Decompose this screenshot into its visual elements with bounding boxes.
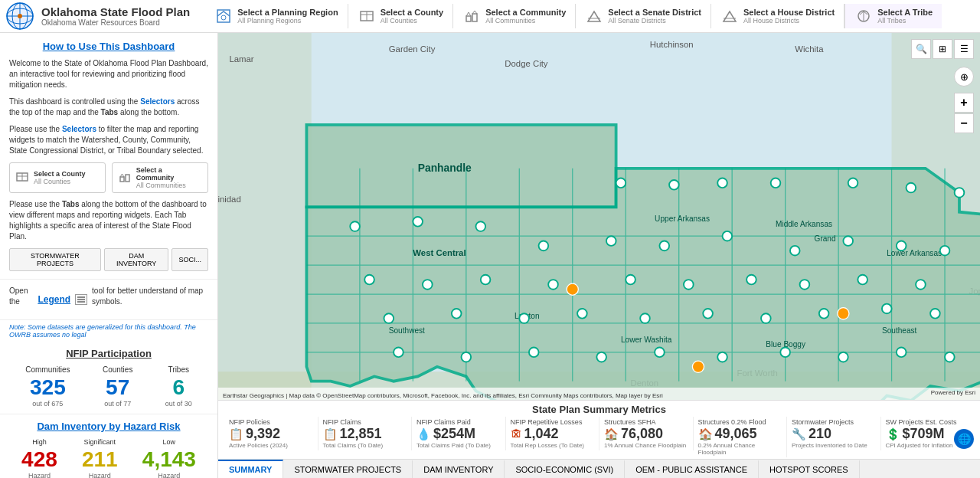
mini-community-selector[interactable]: Select a Community All Communities — [112, 162, 208, 193]
tab-dam-inventory[interactable]: DAM INVENTORY — [413, 460, 505, 478]
svg-text:Wichita: Wichita — [795, 44, 824, 54]
dam-tab-btn[interactable]: DAM INVENTORY — [104, 248, 169, 271]
nfip-claims-value: 12,851 — [340, 426, 382, 442]
svg-point-125 — [882, 304, 892, 314]
tab-socio-economic[interactable]: SOCIO-ECONOMIC (SVI) — [505, 460, 625, 478]
tabs-highlight: Tabs — [101, 108, 119, 116]
svg-point-138 — [838, 308, 849, 319]
house-selector[interactable]: Select a House District All House Distri… — [711, 4, 844, 28]
stormwater-icon: 🔧 — [792, 427, 806, 441]
svg-point-122 — [703, 309, 713, 319]
svg-point-100 — [606, 236, 616, 246]
bottom-tabs: SUMMARY STORMWATER PROJECTS DAM INVENTOR… — [218, 459, 980, 478]
nfip-section: NFIP Participation Communities 325 out o… — [0, 342, 217, 414]
metric-structures-02-label: Structures 0.2% Flood — [698, 418, 782, 426]
svg-point-117 — [384, 313, 394, 323]
community-label: Select a Community — [485, 8, 566, 17]
svg-point-126 — [930, 309, 940, 319]
metric-nfip-claims-paid-label: NFIP Claims Paid — [416, 418, 501, 426]
svg-point-7 — [221, 15, 226, 20]
nfip-policies-sub: Active Policies (2024) — [229, 442, 313, 449]
nfip-tribes: Tribes 6 out of 30 — [165, 365, 192, 408]
svg-point-110 — [548, 280, 558, 290]
metrics-title: State Plan Summary Metrics — [218, 401, 980, 417]
zoom-in-btn[interactable]: + — [954, 93, 974, 113]
globe-btn[interactable]: 🌐 — [954, 429, 974, 449]
community-icon — [462, 7, 481, 25]
planning-region-selector[interactable]: Select a Planning Region All Planning Re… — [205, 4, 348, 28]
svg-point-108 — [423, 280, 433, 290]
nfip-title: NFIP Participation — [9, 348, 208, 359]
county-selector[interactable]: Select a County All Counties — [348, 4, 454, 28]
structures-02-value: 49,065 — [715, 426, 757, 442]
menu-btn[interactable]: ☰ — [954, 39, 974, 59]
county-icon — [358, 7, 376, 25]
structures-sfha-sub: 1% Annual Chance Floodplain — [604, 442, 688, 449]
note-text: Note: Some datasets are generalized for … — [0, 320, 217, 342]
svg-point-5 — [18, 14, 22, 18]
metric-stormwater-label: Stormwater Projects — [792, 418, 876, 426]
tab-oem-public-assistance[interactable]: OEM - PUBLIC ASSISTANCE — [625, 460, 759, 478]
compass-control[interactable]: ⊕ — [954, 67, 974, 87]
metric-nfip-claims-value-row: 📋 12,851 — [323, 426, 407, 442]
selectors-highlight2: Selectors — [62, 125, 96, 133]
dam-low-label: Low — [142, 438, 196, 446]
header-selectors: Select a Planning Region All Planning Re… — [205, 4, 974, 28]
map-area[interactable]: Lamar Garden City Dodge City Hutchinson … — [218, 33, 980, 478]
mini-county-selector[interactable]: Select a County All Counties — [9, 162, 106, 193]
mini-community-sub: All Communities — [136, 182, 201, 189]
svg-point-105 — [897, 241, 906, 251]
nfip-communities: Communities 325 out of 675 — [25, 365, 70, 408]
senate-selector[interactable]: Select a Senate District All Senate Dist… — [576, 4, 711, 28]
dam-significant: Significant 211 Hazard — [82, 438, 118, 478]
svg-text:Hutchinson: Hutchinson — [650, 40, 694, 49]
svg-point-121 — [640, 313, 650, 323]
tab-hotspot-scores[interactable]: HOTSPOT SCORES — [759, 460, 859, 478]
house-sub: All House Districts — [743, 17, 835, 25]
community-selector[interactable]: Select a Community All Communities — [453, 4, 576, 28]
svg-rect-20 — [120, 177, 124, 182]
senate-icon — [585, 7, 603, 25]
svg-point-103 — [790, 246, 800, 256]
app-logo — [6, 2, 34, 30]
svg-point-99 — [539, 241, 549, 251]
svg-point-114 — [800, 280, 810, 290]
dam-significant-sub: Hazard — [82, 472, 118, 478]
county-sub: All Counties — [381, 17, 444, 25]
legend-icon[interactable] — [75, 294, 87, 305]
svg-point-134 — [838, 352, 848, 362]
mini-selector-row: Select a County All Counties Select a Co… — [9, 162, 208, 193]
svg-text:Trinidad: Trinidad — [218, 195, 241, 204]
svg-point-90 — [669, 180, 679, 190]
metric-nfip-policies-value-row: 📋 9,392 — [229, 426, 313, 442]
svg-point-131 — [655, 347, 665, 357]
zoom-out-btn[interactable]: − — [954, 113, 974, 133]
planning-region-sub: All Planning Regions — [237, 17, 338, 25]
legend-link[interactable]: Legend — [38, 294, 70, 305]
zoom-controls: + − — [954, 93, 974, 133]
tribe-selector[interactable]: Select A Tribe All Tribes — [844, 4, 942, 28]
powered-text: Powered by Esri — [931, 389, 975, 396]
tab-stormwater-projects[interactable]: STORMWATER PROJECTS — [283, 460, 413, 478]
structures-sfha-value: 76,080 — [621, 426, 663, 442]
svg-point-96 — [350, 221, 360, 231]
layers-btn[interactable]: ⊞ — [933, 39, 952, 59]
planning-region-label: Select a Planning Region — [237, 8, 338, 17]
structures-02-sub: 0.2% Annual Chance Floodplain — [698, 442, 782, 456]
svg-point-135 — [897, 347, 906, 357]
mini-county-label: Select a County — [34, 170, 86, 178]
metric-nfip-rep-losses-value-row: 🏚 1,042 — [511, 426, 595, 442]
tribe-label: Select A Tribe — [877, 8, 933, 17]
legend-section: Open the Legend tool for better understa… — [0, 280, 217, 320]
stormwater-sub: Projects Inventoried to Date — [792, 442, 876, 449]
search-map-btn[interactable]: 🔍 — [911, 39, 931, 59]
metric-nfip-claims-label: NFIP Claims — [323, 418, 407, 426]
svg-text:Southeast: Southeast — [882, 326, 917, 335]
tab-summary[interactable]: SUMMARY — [218, 460, 283, 478]
nfip-counties: Counties 57 out of 77 — [103, 365, 132, 408]
svg-text:Lower Washita: Lower Washita — [621, 336, 672, 344]
soci-tab-btn[interactable]: SOCI... — [172, 248, 208, 271]
nfip-policies-value: 9,392 — [246, 426, 280, 442]
svg-point-107 — [364, 275, 374, 285]
stormwater-tab-btn[interactable]: STORMWATER PROJECTS — [9, 248, 101, 271]
